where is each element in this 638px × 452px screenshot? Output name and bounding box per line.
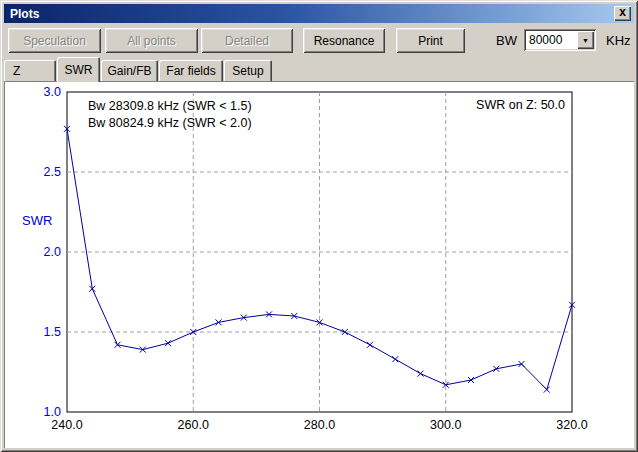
tab-z[interactable]: Z xyxy=(4,60,56,81)
x-tick-label: 260.0 xyxy=(178,418,209,432)
bw-label: BW xyxy=(496,33,517,48)
bandwidth-annotations: Bw 28309.8 kHz (SWR < 1.5) Bw 80824.9 kH… xyxy=(88,98,252,132)
detailed-button: Detailed xyxy=(201,28,293,53)
speculation-button: Speculation xyxy=(8,28,101,53)
resonance-button[interactable]: Resonance xyxy=(303,28,385,53)
x-tick-label: 240.0 xyxy=(51,418,82,432)
title-bar[interactable]: Plots x xyxy=(4,4,634,23)
unit-label: KHz xyxy=(606,33,631,48)
bw-dropdown-button[interactable]: ▼ xyxy=(577,31,594,49)
y-tick-label: 1.5 xyxy=(44,325,61,339)
tab-swr[interactable]: SWR xyxy=(57,57,100,82)
bw-combobox[interactable]: 80000 ▼ xyxy=(524,29,596,51)
plots-window: Plots x BW 80000 ▼ KHz SpeculationAll po… xyxy=(0,0,638,452)
y-tick-label: 1.0 xyxy=(44,405,61,419)
x-tick-label: 300.0 xyxy=(430,418,461,432)
x-tick-label: 280.0 xyxy=(304,418,335,432)
bandwidth-annotation-2: Bw 80824.9 kHz (SWR < 2.0) xyxy=(88,115,252,132)
x-tick-label: 320.0 xyxy=(556,418,587,432)
all-points-button: All points xyxy=(105,28,198,53)
print-button[interactable]: Print xyxy=(396,28,465,53)
bandwidth-annotation-1: Bw 28309.8 kHz (SWR < 1.5) xyxy=(88,98,252,115)
swr-chart: 3.02.52.01.51.0240.0260.0280.0300.0320.0 xyxy=(4,81,634,448)
window-title: Plots xyxy=(10,7,39,21)
chevron-down-icon: ▼ xyxy=(582,37,589,44)
y-tick-label: 2.0 xyxy=(44,245,61,259)
y-tick-label: 3.0 xyxy=(44,85,61,99)
close-button[interactable]: x xyxy=(614,6,631,21)
plot-page: 3.02.52.01.51.0240.0260.0280.0300.0320.0… xyxy=(4,81,634,448)
tab-setup[interactable]: Setup xyxy=(224,60,272,81)
bw-value: 80000 xyxy=(529,33,562,47)
tab-far-fields[interactable]: Far fields xyxy=(159,60,223,81)
y-tick-label: 2.5 xyxy=(44,165,61,179)
close-icon: x xyxy=(619,5,626,19)
tab-gain-fb[interactable]: Gain/FB xyxy=(101,60,158,81)
y-axis-label: SWR xyxy=(22,213,52,228)
impedance-annotation: SWR on Z: 50.0 xyxy=(476,98,565,112)
